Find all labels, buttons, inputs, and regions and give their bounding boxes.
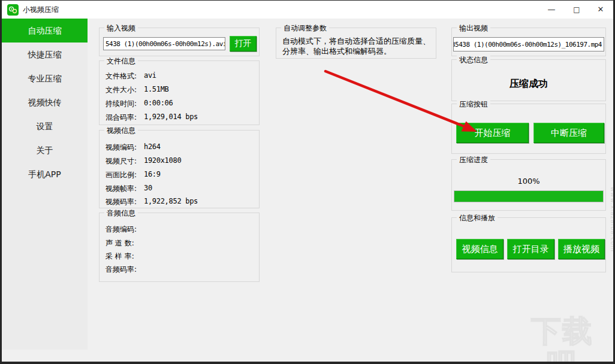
status-group: 状态信息 压缩成功 [451, 59, 606, 101]
app-logo-icon [7, 4, 19, 16]
progress-percent-label: 100% [452, 177, 605, 186]
sidebar-item-auto-compress[interactable]: 自动压缩 [2, 19, 88, 43]
aspect-ratio-row: 画面比例:16:9 [105, 170, 255, 180]
input-video-group: 输入视频 5438 (1)(00h00m06s-00h00m12s).avi 打… [99, 28, 260, 56]
auto-params-group-title: 自动调整参数 [281, 23, 329, 34]
window-title: 小视频压缩 [23, 1, 59, 19]
sidebar-item-pro-compress[interactable]: 专业压缩 [2, 66, 88, 90]
minimize-button[interactable]: — [541, 1, 562, 19]
sidebar-item-video-transfer[interactable]: 视频快传 [2, 90, 88, 114]
video-info-group-title: 视频信息 [104, 126, 138, 136]
compress-buttons-group: 压缩按钮 开始压缩 中断压缩 [451, 104, 606, 154]
output-video-group: 输出视频 35438 (1)(00h00m06s-00h00m12s)_1061… [451, 28, 606, 56]
input-video-path-field[interactable]: 5438 (1)(00h00m06s-00h00m12s).avi [103, 37, 225, 50]
open-file-button[interactable]: 打开 [230, 36, 257, 51]
sidebar-item-mobile-app[interactable]: 手机APP [2, 162, 88, 186]
start-compress-button[interactable]: 开始压缩 [456, 123, 529, 143]
progress-group-title: 压缩进度 [457, 155, 490, 165]
video-info-group: 视频信息 视频编码:h264 视频尺寸:1920x1080 画面比例:16:9 … [99, 130, 260, 208]
auto-params-group: 自动调整参数 自动模式下，将自动选择合适的压缩质量、分辨率、输出格式和编解码器。 [276, 28, 436, 59]
file-format-row: 文件格式:avi [105, 71, 255, 81]
output-video-group-title: 输出视频 [457, 23, 490, 34]
app-window: 小视频压缩 — □ ✕ 自动压缩 快捷压缩 专业压缩 视频快传 设置 关于 手机… [0, 0, 615, 364]
sidebar-item-about[interactable]: 关于 [2, 138, 88, 162]
file-size-row: 文件大小:1.51MB [105, 85, 255, 95]
sample-rate-row: 采 样 率: [105, 251, 255, 261]
video-info-button[interactable]: 视频信息 [456, 239, 504, 259]
audio-bitrate-row: 音频码率: [105, 265, 255, 274]
sidebar-item-settings[interactable]: 设置 [2, 114, 88, 138]
play-video-button[interactable]: 播放视频 [558, 239, 605, 259]
open-directory-button[interactable]: 打开目录 [507, 239, 554, 259]
frame-rate-row: 视频帧率:30 [105, 184, 255, 193]
status-message: 压缩成功 [452, 78, 605, 90]
duration-row: 持续时间:0:00:06 [105, 99, 255, 108]
video-codec-row: 视频编码:h264 [105, 142, 255, 152]
progress-group: 压缩进度 100% [451, 159, 606, 211]
progress-bar [454, 190, 604, 202]
video-bitrate-row: 视频码率:1,922,852 bps [105, 197, 255, 207]
mux-bitrate-row: 混合码率:1,929,014 bps [105, 113, 255, 122]
audio-info-group: 音频信息 音频编码: 声 道 数: 采 样 率: 音频码率: [99, 213, 260, 282]
audio-codec-row: 音频编码: [105, 225, 255, 234]
watermark: 下载吧 www.xiazaiba.com [517, 314, 607, 364]
output-video-path-field[interactable]: 35438 (1)(00h00m06s-00h00m12s)_106197.mp… [453, 37, 604, 51]
watermark-side-url: www.xiazaiba.com [610, 187, 615, 252]
info-play-group-title: 信息和播放 [457, 213, 498, 223]
progress-bar-fill [454, 191, 603, 202]
title-bar: 小视频压缩 — □ ✕ [2, 1, 613, 19]
compress-buttons-group-title: 压缩按钮 [457, 99, 490, 110]
file-info-group: 文件信息 文件格式:avi 文件大小:1.51MB 持续时间:0:00:06 混… [99, 60, 260, 125]
watermark-logo: 下载吧 [517, 314, 607, 364]
info-play-group: 信息和播放 视频信息 打开目录 播放视频 [451, 217, 606, 272]
sidebar-item-quick-compress[interactable]: 快捷压缩 [2, 43, 88, 66]
file-info-group-title: 文件信息 [104, 56, 138, 66]
status-group-title: 状态信息 [457, 55, 490, 65]
input-video-group-title: 输入视频 [104, 23, 138, 34]
close-button[interactable]: ✕ [590, 1, 611, 19]
channels-row: 声 道 数: [105, 238, 255, 248]
sidebar: 自动压缩 快捷压缩 专业压缩 视频快传 设置 关于 手机APP [2, 19, 88, 350]
interrupt-compress-button[interactable]: 中断压缩 [533, 123, 604, 143]
video-size-row: 视频尺寸:1920x1080 [105, 156, 255, 166]
auto-params-description: 自动模式下，将自动选择合适的压缩质量、分辨率、输出格式和编解码器。 [282, 36, 431, 56]
audio-info-group-title: 音频信息 [104, 208, 138, 219]
maximize-button[interactable]: □ [566, 1, 587, 19]
